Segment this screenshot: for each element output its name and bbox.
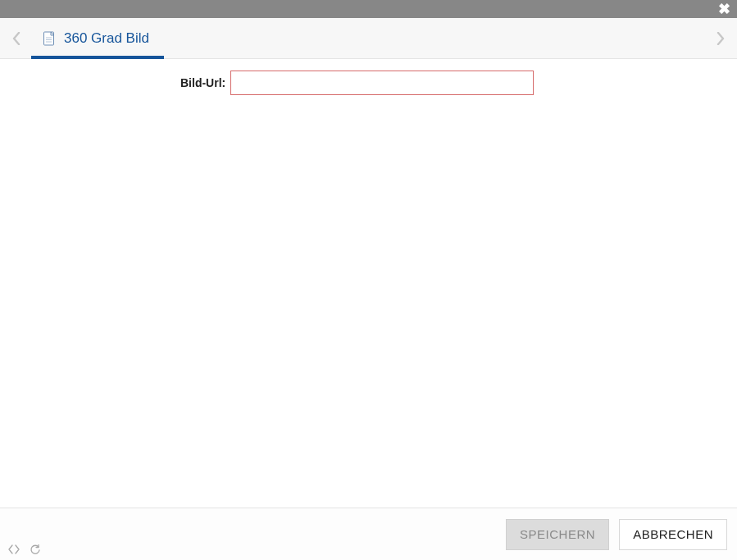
bild-url-label: Bild-Url: — [180, 76, 225, 89]
close-icon[interactable]: ✖ — [718, 1, 730, 17]
dialog-footer: SPEICHERN ABBRECHEN — [0, 508, 737, 560]
footer-status-icons — [8, 544, 40, 557]
tab-label: 360 Grad Bild — [64, 30, 149, 47]
dialog-content: Bild-Url: — [0, 59, 737, 508]
titlebar: ✖ — [0, 0, 737, 18]
code-icon[interactable] — [8, 544, 20, 557]
form-row-bild-url: Bild-Url: — [180, 71, 721, 95]
save-button[interactable]: SPEICHERN — [506, 519, 609, 550]
refresh-icon[interactable] — [30, 544, 40, 557]
cancel-button[interactable]: ABBRECHEN — [619, 519, 727, 550]
bild-url-input[interactable] — [230, 71, 534, 95]
tab-strip: 360 Grad Bild — [0, 18, 737, 59]
tab-360-grad-bild[interactable]: 360 Grad Bild — [31, 18, 164, 58]
tab-next-icon[interactable] — [712, 32, 729, 45]
dialog-window: ✖ 360 Grad Bild Bild-Url: — [0, 0, 737, 560]
document-icon — [43, 31, 56, 46]
tab-prev-icon[interactable] — [8, 32, 25, 45]
